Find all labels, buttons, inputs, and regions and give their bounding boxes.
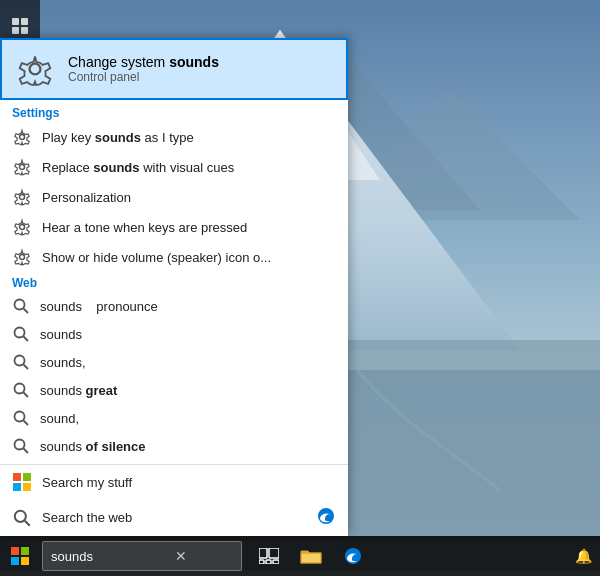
svg-point-30 [15,440,25,450]
web-item-4[interactable]: sound, [0,404,348,432]
svg-point-24 [15,356,25,366]
web-item-text-3: sounds great [40,383,117,398]
settings-item-text-4: Show or hide volume (speaker) icon o... [42,250,271,265]
web-item-0[interactable]: sounds pronounce [0,292,348,320]
svg-rect-44 [269,548,279,558]
web-item-3[interactable]: sounds great [0,376,348,404]
svg-rect-35 [23,483,31,491]
gear-small-icon-3 [12,217,32,237]
taskbar-pinned-icons [250,536,372,576]
web-section-label: Web [0,272,348,292]
svg-point-19 [20,255,25,260]
settings-item-3[interactable]: Hear a tone when keys are pressed [0,212,348,242]
svg-rect-40 [21,547,29,555]
svg-line-29 [24,421,29,426]
search-clear-icon[interactable]: ✕ [175,548,187,564]
browser-button[interactable] [334,536,372,576]
svg-point-28 [15,412,25,422]
search-icon-4 [12,409,30,427]
svg-rect-39 [11,547,19,555]
svg-point-16 [20,165,25,170]
web-item-text-4: sound, [40,411,79,426]
edge-icon [316,506,336,529]
search-icon-0 [12,297,30,315]
svg-point-20 [15,300,25,310]
web-item-text-1: sounds [40,327,82,342]
web-item-1[interactable]: sounds [0,320,348,348]
svg-rect-33 [23,473,31,481]
svg-line-21 [24,309,29,314]
taskbar: sounds ✕ [0,536,600,576]
search-icon-2 [12,353,30,371]
gear-small-icon-1 [12,157,32,177]
top-result-subtitle: Control panel [68,70,219,84]
svg-rect-45 [259,560,264,564]
svg-rect-43 [259,548,267,558]
settings-item-1[interactable]: Replace sounds with visual cues [0,152,348,182]
search-the-web-button[interactable]: Search the web [0,499,348,536]
top-result-item[interactable]: Change system sounds Control panel [0,38,348,100]
svg-line-25 [24,365,29,370]
svg-line-37 [25,520,30,525]
svg-rect-10 [12,18,19,25]
search-my-stuff-label: Search my stuff [42,475,132,490]
settings-item-4[interactable]: Show or hide volume (speaker) icon o... [0,242,348,272]
task-view-button[interactable] [250,536,288,576]
start-button[interactable] [0,536,40,576]
settings-item-text-2: Personalization [42,190,131,205]
taskbar-right-area: 🔔 [575,548,600,564]
bottom-actions: Search my stuff Search the web [0,464,348,536]
search-panel: Change system sounds Control panel Setti… [0,38,348,536]
search-web-icon [12,508,32,528]
windows-start-icon [11,547,29,565]
web-item-2[interactable]: sounds, [0,348,348,376]
svg-rect-11 [21,18,28,25]
web-item-text-0: sounds pronounce [40,299,158,314]
svg-line-31 [24,449,29,454]
web-item-text-5: sounds of silence [40,439,146,454]
top-result-title: Change system sounds [68,54,219,70]
svg-rect-41 [11,557,19,565]
windows-logo-icon [12,472,32,492]
svg-point-36 [15,510,26,521]
svg-rect-48 [301,553,321,563]
file-explorer-icon [300,547,322,565]
gear-small-icon-2 [12,187,32,207]
file-explorer-button[interactable] [292,536,330,576]
search-icon-5 [12,437,30,455]
browser-icon [343,546,363,566]
search-icon-1 [12,325,30,343]
svg-point-26 [15,384,25,394]
search-icon-3 [12,381,30,399]
svg-line-27 [24,393,29,398]
svg-rect-32 [13,473,21,481]
svg-point-14 [30,64,41,75]
svg-point-22 [15,328,25,338]
gear-icon [14,48,56,90]
search-my-stuff-button[interactable]: Search my stuff [0,465,348,499]
web-item-5[interactable]: sounds of silence [0,432,348,460]
svg-point-15 [20,135,25,140]
settings-item-2[interactable]: Personalization [0,182,348,212]
notification-icon[interactable]: 🔔 [575,548,592,564]
svg-rect-46 [266,560,271,564]
settings-section-label: Settings [0,100,348,122]
task-view-icon [259,548,279,564]
settings-item-text-3: Hear a tone when keys are pressed [42,220,247,235]
web-item-text-2: sounds, [40,355,86,370]
svg-line-23 [24,337,29,342]
svg-point-18 [20,225,25,230]
svg-rect-12 [12,27,19,34]
top-result-text: Change system sounds Control panel [68,54,219,84]
svg-rect-13 [21,27,28,34]
svg-rect-47 [273,560,279,564]
gear-small-icon-4 [12,247,32,267]
taskbar-search-box[interactable]: sounds ✕ [42,541,242,571]
svg-point-17 [20,195,25,200]
search-input[interactable]: sounds [51,549,171,564]
settings-item-text-0: Play key sounds as I type [42,130,194,145]
gear-small-icon-0 [12,127,32,147]
search-the-web-label: Search the web [42,510,132,525]
settings-item-text-1: Replace sounds with visual cues [42,160,234,175]
settings-item-0[interactable]: Play key sounds as I type [0,122,348,152]
